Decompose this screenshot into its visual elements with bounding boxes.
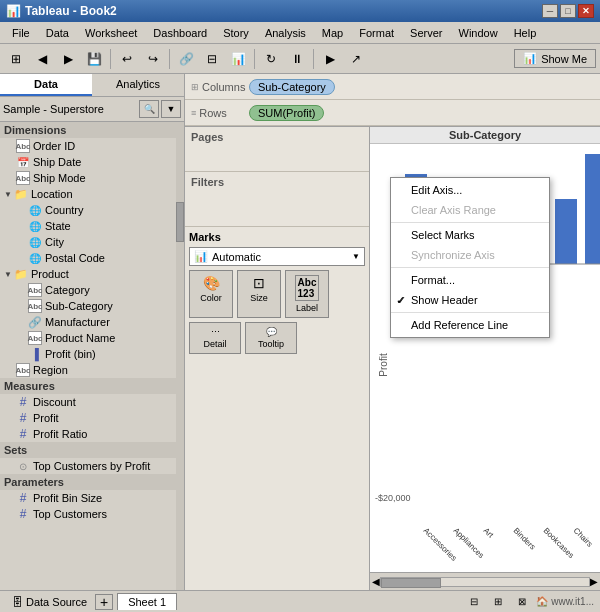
filter-button[interactable]: ▼ bbox=[161, 100, 181, 118]
toolbar-sep-4 bbox=[313, 49, 314, 69]
left-scrollbar[interactable] bbox=[176, 122, 184, 590]
param-topcustomers[interactable]: # Top Customers bbox=[0, 506, 184, 522]
measure-label: Discount bbox=[33, 396, 76, 408]
toolbar-sep-1 bbox=[110, 49, 111, 69]
menu-map[interactable]: Map bbox=[314, 25, 351, 41]
dimension-city[interactable]: 🌐 City bbox=[0, 234, 184, 250]
menu-window[interactable]: Window bbox=[451, 25, 506, 41]
refresh-btn[interactable]: ↻ bbox=[259, 47, 283, 71]
sheet1-tab[interactable]: Sheet 1 bbox=[117, 593, 177, 610]
abc-icon: Abc bbox=[28, 299, 42, 313]
rows-pill[interactable]: SUM(Profit) bbox=[249, 105, 324, 121]
dimension-shipdate[interactable]: 📅 Ship Date bbox=[0, 154, 184, 170]
columns-pill[interactable]: Sub-Category bbox=[249, 79, 335, 95]
dimension-productname[interactable]: Abc Product Name bbox=[0, 330, 184, 346]
menu-dashboard[interactable]: Dashboard bbox=[145, 25, 215, 41]
chart-btn[interactable]: 📊 bbox=[226, 47, 250, 71]
menu-server[interactable]: Server bbox=[402, 25, 450, 41]
tab-data[interactable]: Data bbox=[0, 74, 92, 96]
search-button[interactable]: 🔍 bbox=[139, 100, 159, 118]
save-button[interactable]: 💾 bbox=[82, 47, 106, 71]
measure-profitratio[interactable]: # Profit Ratio bbox=[0, 426, 184, 442]
context-menu: Edit Axis... Clear Axis Range Select Mar… bbox=[390, 177, 550, 338]
dimension-postal[interactable]: 🌐 Postal Code bbox=[0, 250, 184, 266]
scroll-left-btn[interactable]: ◀ bbox=[372, 576, 380, 587]
menu-format[interactable]: Format bbox=[351, 25, 402, 41]
dimension-subcategory[interactable]: Abc Sub-Category bbox=[0, 298, 184, 314]
dimension-orderid[interactable]: Abc Order ID bbox=[0, 138, 184, 154]
connect-button[interactable]: 🔗 bbox=[174, 47, 198, 71]
tab-analytics[interactable]: Analytics bbox=[92, 74, 184, 96]
bottom-bar: 🗄 Data Source + Sheet 1 ⊟ ⊞ ⊠ 🏠 www.it1.… bbox=[0, 590, 600, 612]
parameters-header: Parameters bbox=[0, 474, 184, 490]
new-sheet-button[interactable]: + bbox=[95, 594, 113, 610]
menu-help[interactable]: Help bbox=[506, 25, 545, 41]
data-source-tab[interactable]: 🗄 Data Source bbox=[6, 594, 93, 610]
menu-file[interactable]: File bbox=[4, 25, 38, 41]
expand-icon: ▼ bbox=[4, 190, 12, 199]
context-format[interactable]: Format... bbox=[391, 270, 549, 290]
menu-analysis[interactable]: Analysis bbox=[257, 25, 314, 41]
context-sync-axis: Synchronize Axis bbox=[391, 245, 549, 265]
context-add-ref-line[interactable]: Add Reference Line bbox=[391, 315, 549, 335]
scroll-track[interactable] bbox=[380, 577, 590, 587]
size-button[interactable]: ⊡ Size bbox=[237, 270, 281, 318]
dimension-profitbin[interactable]: ▐ Profit (bin) bbox=[0, 346, 184, 362]
bar-copiers[interactable] bbox=[585, 154, 600, 264]
color-button[interactable]: 🎨 Color bbox=[189, 270, 233, 318]
minimize-button[interactable]: ─ bbox=[542, 4, 558, 18]
tooltip-button[interactable]: 💬 Tooltip bbox=[245, 322, 297, 354]
dimension-location-folder[interactable]: ▼ 📁 Location bbox=[0, 186, 184, 202]
x-label-bookcases: Bookcases bbox=[542, 526, 564, 548]
context-edit-axis[interactable]: Edit Axis... bbox=[391, 180, 549, 200]
viz-scrollbar[interactable]: ◀ ▶ bbox=[370, 572, 600, 590]
dimension-label: Order ID bbox=[33, 140, 75, 152]
pages-drop-area[interactable] bbox=[191, 147, 363, 167]
redo-button[interactable]: ↪ bbox=[141, 47, 165, 71]
filters-drop-area[interactable] bbox=[191, 192, 363, 222]
sets-header: Sets bbox=[0, 442, 184, 458]
context-show-header[interactable]: ✓ Show Header bbox=[391, 290, 549, 310]
set-icon: ⊙ bbox=[16, 459, 30, 473]
bar-chairs[interactable] bbox=[555, 199, 577, 264]
marks-type-dropdown[interactable]: 📊 Automatic ▼ bbox=[189, 247, 365, 266]
dimension-manufacturer[interactable]: 🔗 Manufacturer bbox=[0, 314, 184, 330]
dimension-shipmode[interactable]: Abc Ship Mode bbox=[0, 170, 184, 186]
bottom-right-controls: ⊟ ⊞ ⊠ 🏠 www.it1... bbox=[464, 593, 594, 611]
back-button[interactable]: ◀ bbox=[30, 47, 54, 71]
measure-label: Profit bbox=[33, 412, 59, 424]
undo-button[interactable]: ↩ bbox=[115, 47, 139, 71]
scroll-right-btn[interactable]: ▶ bbox=[590, 576, 598, 587]
measure-profit[interactable]: # Profit bbox=[0, 410, 184, 426]
menu-story[interactable]: Story bbox=[215, 25, 257, 41]
pause-btn[interactable]: ⏸ bbox=[285, 47, 309, 71]
new-button[interactable]: ⊞ bbox=[4, 47, 28, 71]
filters-title: Filters bbox=[191, 176, 363, 188]
present-btn[interactable]: ▶ bbox=[318, 47, 342, 71]
dimension-label: City bbox=[45, 236, 64, 248]
menu-data[interactable]: Data bbox=[38, 25, 77, 41]
close-button[interactable]: ✕ bbox=[578, 4, 594, 18]
dashboard-btn[interactable]: ⊟ bbox=[200, 47, 224, 71]
dimension-label: State bbox=[45, 220, 71, 232]
label-button[interactable]: Abc123 Label bbox=[285, 270, 329, 318]
layout-btn[interactable]: ⊠ bbox=[512, 593, 532, 611]
measure-discount[interactable]: # Discount bbox=[0, 394, 184, 410]
detail-button[interactable]: ⋯ Detail bbox=[189, 322, 241, 354]
dimension-region[interactable]: Abc Region bbox=[0, 362, 184, 378]
dimension-country[interactable]: 🌐 Country bbox=[0, 202, 184, 218]
fit-btn[interactable]: ⊞ bbox=[488, 593, 508, 611]
menu-worksheet[interactable]: Worksheet bbox=[77, 25, 145, 41]
dimension-state[interactable]: 🌐 State bbox=[0, 218, 184, 234]
forward-button[interactable]: ▶ bbox=[56, 47, 80, 71]
dimension-product-folder[interactable]: ▼ 📁 Product bbox=[0, 266, 184, 282]
maximize-button[interactable]: □ bbox=[560, 4, 576, 18]
context-select-marks[interactable]: Select Marks bbox=[391, 225, 549, 245]
dimension-label: Profit (bin) bbox=[45, 348, 96, 360]
export-btn[interactable]: ↗ bbox=[344, 47, 368, 71]
presentation-btn[interactable]: ⊟ bbox=[464, 593, 484, 611]
show-me-button[interactable]: 📊 Show Me bbox=[514, 49, 596, 68]
dimension-category[interactable]: Abc Category bbox=[0, 282, 184, 298]
param-profitbin[interactable]: # Profit Bin Size bbox=[0, 490, 184, 506]
set-top-customers[interactable]: ⊙ Top Customers by Profit bbox=[0, 458, 184, 474]
